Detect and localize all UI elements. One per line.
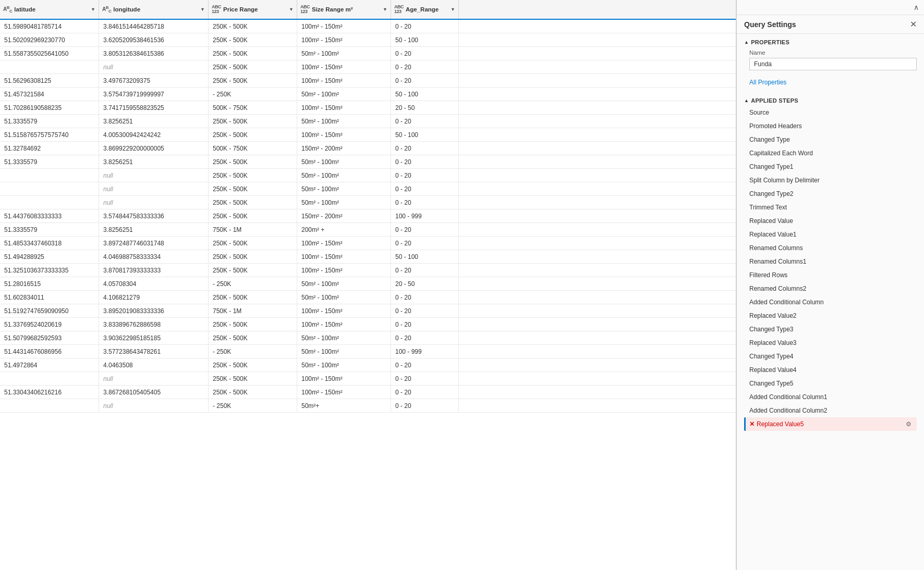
dropdown-arrow-latitude[interactable]: ▼ xyxy=(91,7,95,12)
step-item-filtered-rows[interactable]: Filtered Rows⚙ xyxy=(744,268,917,282)
step-item-capitalized-each-word[interactable]: Capitalized Each Word xyxy=(744,146,917,160)
step-item-changed-type4[interactable]: Changed Type4 xyxy=(744,350,917,363)
table-cell: 250K - 500K xyxy=(209,209,297,222)
table-cell: 51.56296308125 xyxy=(0,74,99,87)
step-item-replaced-value2[interactable]: Replaced Value2⚙ xyxy=(744,309,917,323)
table-cell: 250K - 500K xyxy=(209,74,297,87)
step-item-added-conditional-column1[interactable]: Added Conditional Column1⚙ xyxy=(744,390,917,404)
step-label-changed-type2: Changed Type2 xyxy=(749,190,911,197)
table-cell: 51.50799682592593 xyxy=(0,331,99,344)
step-item-renamed-columns2[interactable]: Renamed Columns2 xyxy=(744,282,917,295)
table-cell: 51.28016515 xyxy=(0,277,99,290)
name-label: Name xyxy=(749,49,917,56)
table-area: ABC latitude ▼ ABC longitude ▼ ABC123 Pr… xyxy=(0,0,736,570)
col-header-longitude[interactable]: ABC longitude ▼ xyxy=(99,0,209,19)
step-item-promoted-headers[interactable]: Promoted Headers⚙ xyxy=(744,119,917,133)
applied-steps-list: Source⚙Promoted Headers⚙Changed TypeCapi… xyxy=(737,106,924,436)
null-value: null xyxy=(103,402,113,410)
step-item-changed-type[interactable]: Changed Type xyxy=(744,133,917,146)
table-cell: 250K - 500K xyxy=(209,155,297,168)
dropdown-arrow-longitude[interactable]: ▼ xyxy=(200,7,205,12)
step-item-split-column[interactable]: Split Column by Delimiter⚙ xyxy=(744,174,917,187)
table-row: 51.337695240206193.833896762886598250K -… xyxy=(0,318,736,331)
step-label-replaced-value1: Replaced Value1 xyxy=(749,231,906,238)
step-label-added-conditional-column2: Added Conditional Column2 xyxy=(749,407,906,414)
all-properties-link[interactable]: All Properties xyxy=(749,78,786,87)
step-label-changed-type3: Changed Type3 xyxy=(749,326,911,333)
table-row: 51.280165154.05708304- 250K50m² - 100m²2… xyxy=(0,277,736,291)
step-item-changed-type3[interactable]: Changed Type3 xyxy=(744,323,917,336)
table-cell: 50m² - 100m² xyxy=(297,47,391,60)
table-cell: 250K - 500K xyxy=(209,386,297,399)
table-cell: 100m² - 150m² xyxy=(297,250,391,263)
step-item-source[interactable]: Source⚙ xyxy=(744,106,917,119)
step-item-replaced-value[interactable]: Replaced Value⚙ xyxy=(744,214,917,228)
table-cell: 0 - 20 xyxy=(391,358,459,371)
step-item-replaced-value5[interactable]: ✕Replaced Value5⚙ xyxy=(744,417,917,431)
table-cell: 250K - 500K xyxy=(209,250,297,263)
close-panel-button[interactable]: ✕ xyxy=(910,19,917,29)
panel-content: ▲ PROPERTIES Name All Properties ▲ APPLI… xyxy=(737,34,924,570)
col-header-price-range[interactable]: ABC123 Price Range ▼ xyxy=(209,0,297,19)
table-cell: 51.3335579 xyxy=(0,155,99,168)
table-row: null250K - 500K50m² - 100m²0 - 20 xyxy=(0,196,736,209)
table-cell: null xyxy=(99,169,209,182)
table-cell: 0 - 20 xyxy=(391,169,459,182)
col-header-latitude[interactable]: ABC latitude ▼ xyxy=(0,0,99,19)
table-row: null250K - 500K100m² - 150m²0 - 20 xyxy=(0,372,736,386)
table-cell: 100m² - 150m² xyxy=(297,74,391,87)
step-item-added-conditional-column2[interactable]: Added Conditional Column2⚙ xyxy=(744,404,917,417)
table-cell: 51.3335579 xyxy=(0,223,99,236)
col-header-age-range[interactable]: ABC123 Age_Range ▼ xyxy=(391,0,459,19)
step-item-changed-type5[interactable]: Changed Type5 xyxy=(744,377,917,390)
step-item-changed-type2[interactable]: Changed Type2 xyxy=(744,187,917,201)
table-cell: 250K - 500K xyxy=(209,237,297,250)
table-cell: 50m² - 100m² xyxy=(297,277,391,290)
step-item-changed-type1[interactable]: Changed Type1 xyxy=(744,160,917,174)
step-label-added-conditional-column1: Added Conditional Column1 xyxy=(749,393,906,401)
dropdown-arrow-size[interactable]: ▼ xyxy=(383,7,387,12)
table-cell: 51.44376083333333 xyxy=(0,209,99,222)
table-cell: 3.497673209375 xyxy=(99,74,209,87)
table-cell: - 250K xyxy=(209,345,297,358)
table-cell: 50 - 100 xyxy=(391,33,459,46)
table-cell: 50m² - 100m² xyxy=(297,196,391,209)
table-cell: 100m² - 150m² xyxy=(297,386,391,399)
step-label-replaced-value5: Replaced Value5 xyxy=(757,420,906,428)
table-cell: null xyxy=(99,60,209,73)
dropdown-arrow-age[interactable]: ▼ xyxy=(451,7,455,12)
step-item-replaced-value4[interactable]: Replaced Value4⚙ xyxy=(744,363,917,377)
table-row: null250K - 500K50m² - 100m²0 - 20 xyxy=(0,182,736,196)
table-cell: 51.48533437460318 xyxy=(0,237,99,250)
table-row: 51.598904817857143.8461514464285718250K … xyxy=(0,20,736,33)
table-cell: 3.870817393333333 xyxy=(99,264,209,277)
table-cell: 51.4972864 xyxy=(0,358,99,371)
table-cell: 0 - 20 xyxy=(391,47,459,60)
table-cell: 0 - 20 xyxy=(391,142,459,155)
table-cell: 4.046988758333334 xyxy=(99,250,209,263)
step-item-renamed-columns1[interactable]: Renamed Columns1 xyxy=(744,255,917,268)
table-cell: 51.494288925 xyxy=(0,250,99,263)
table-row: 51.562963081253.497673209375250K - 500K1… xyxy=(0,74,736,88)
gear-icon-replaced-value5[interactable]: ⚙ xyxy=(906,420,911,428)
panel-top-bar: ∧ xyxy=(737,0,924,15)
name-input[interactable] xyxy=(749,58,917,70)
table-cell: 0 - 20 xyxy=(391,264,459,277)
table-cell: 500K - 750K xyxy=(209,101,297,114)
step-item-renamed-columns[interactable]: Renamed Columns xyxy=(744,241,917,255)
step-item-replaced-value1[interactable]: Replaced Value1⚙ xyxy=(744,228,917,241)
step-label-replaced-value2: Replaced Value2 xyxy=(749,312,906,319)
table-cell: 500K - 750K xyxy=(209,142,297,155)
step-item-replaced-value3[interactable]: Replaced Value3⚙ xyxy=(744,336,917,350)
table-cell: 4.106821279 xyxy=(99,291,209,304)
table-cell: 100m² - 150m² xyxy=(297,20,391,33)
col-header-size-range[interactable]: ABC123 Size Range m² ▼ xyxy=(297,0,391,19)
collapse-panel-button[interactable]: ∧ xyxy=(914,3,919,11)
table-row: 51.51587657575757404.005300942424242250K… xyxy=(0,128,736,142)
step-item-added-conditional-column[interactable]: Added Conditional Column⚙ xyxy=(744,295,917,309)
table-cell: 51.5587355025641050 xyxy=(0,47,99,60)
step-item-trimmed-text[interactable]: Trimmed Text xyxy=(744,201,917,214)
step-label-replaced-value: Replaced Value xyxy=(749,217,906,225)
table-cell: 50m²+ xyxy=(297,399,391,412)
dropdown-arrow-price[interactable]: ▼ xyxy=(289,7,294,12)
